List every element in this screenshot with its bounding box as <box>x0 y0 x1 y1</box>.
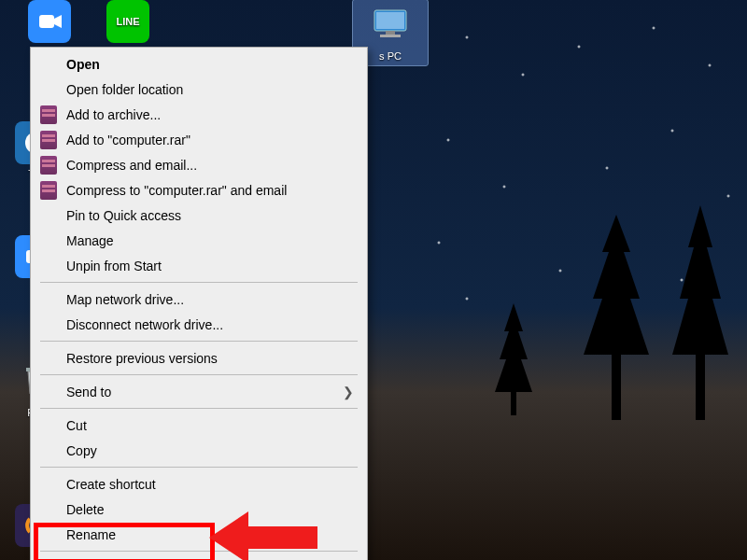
menu-item-label: Delete <box>66 502 354 517</box>
blank-icon <box>38 441 59 461</box>
menu-item-compemail[interactable]: Compress and email... <box>31 152 367 177</box>
menu-item-pinqa[interactable]: Pin to Quick access <box>31 203 367 228</box>
menu-item-open[interactable]: Open <box>31 51 367 77</box>
menu-item-label: Copy <box>66 443 354 458</box>
menu-item-comprar[interactable]: Compress to "computer.rar" and email <box>31 177 367 203</box>
menu-separator <box>40 408 358 409</box>
blank-icon <box>38 525 59 545</box>
rar-icon <box>38 130 59 150</box>
menu-separator <box>40 341 358 342</box>
menu-item-addrar[interactable]: Add to "computer.rar" <box>31 127 367 152</box>
blank-icon <box>38 205 59 226</box>
line-icon: LINE <box>106 0 149 43</box>
zoom-icon <box>28 0 71 43</box>
blank-icon <box>38 256 59 276</box>
thispc-icon <box>369 4 412 47</box>
menu-item-label: Cut <box>66 418 354 433</box>
menu-item-label: Disconnect network drive... <box>66 317 354 332</box>
menu-item-sendto[interactable]: Send to❯ <box>31 379 367 404</box>
blank-icon <box>38 348 59 369</box>
tree-silhouette <box>486 303 542 415</box>
menu-item-label: Manage <box>66 233 354 248</box>
menu-item-label: Open folder location <box>66 82 354 97</box>
rar-icon <box>38 155 59 175</box>
menu-item-label: Add to archive... <box>66 107 354 122</box>
svg-rect-6 <box>376 12 404 29</box>
svg-rect-3 <box>39 15 54 28</box>
rar-icon <box>38 105 59 125</box>
svg-rect-8 <box>380 35 401 37</box>
menu-item-label: Unpin from Start <box>66 259 354 273</box>
blank-icon <box>38 54 59 75</box>
menu-item-label: Create shortcut <box>66 477 354 492</box>
svg-marker-0 <box>584 215 649 420</box>
menu-item-restore[interactable]: Restore previous versions <box>31 345 367 371</box>
desktop-icon-line[interactable]: LINE <box>95 0 161 47</box>
svg-marker-2 <box>495 303 532 415</box>
menu-item-label: Map network drive... <box>66 292 354 307</box>
menu-item-discnet[interactable]: Disconnect network drive... <box>31 312 367 337</box>
tree-silhouette <box>654 205 747 420</box>
menu-item-addarch[interactable]: Add to archive... <box>31 102 367 127</box>
blank-icon <box>38 382 59 402</box>
menu-item-rename[interactable]: Rename <box>31 522 367 547</box>
blank-icon <box>38 474 59 495</box>
menu-item-unpin[interactable]: Unpin from Start <box>31 253 367 278</box>
menu-item-label: Compress to "computer.rar" and email <box>66 183 354 198</box>
menu-item-props[interactable]: Properties <box>31 555 367 560</box>
svg-marker-4 <box>54 15 62 28</box>
menu-item-shortcut[interactable]: Create shortcut <box>31 471 367 497</box>
menu-item-label: Compress and email... <box>66 158 354 173</box>
svg-rect-7 <box>386 31 395 35</box>
menu-item-mapnet[interactable]: Map network drive... <box>31 287 367 312</box>
menu-item-delete[interactable]: Delete <box>31 497 367 522</box>
menu-separator <box>40 374 358 375</box>
blank-icon <box>38 499 59 520</box>
blank-icon <box>38 289 59 310</box>
menu-separator <box>40 551 358 552</box>
context-menu: OpenOpen folder locationAdd to archive..… <box>30 47 368 560</box>
svg-marker-1 <box>672 205 728 420</box>
blank-icon <box>38 79 59 100</box>
menu-item-openloc[interactable]: Open folder location <box>31 77 367 102</box>
menu-item-label: Send to <box>66 385 343 399</box>
blank-icon <box>38 231 59 251</box>
menu-item-label: Open <box>66 57 354 72</box>
menu-item-label: Rename <box>66 527 354 542</box>
menu-item-copy[interactable]: Copy <box>31 438 367 463</box>
menu-item-label: Add to "computer.rar" <box>66 133 354 147</box>
menu-separator <box>40 282 358 283</box>
desktop[interactable]: ZLINEs PCTeaRec OpenOpen folder location… <box>0 0 747 560</box>
blank-icon <box>38 315 59 335</box>
rar-icon <box>38 180 59 201</box>
chevron-right-icon: ❯ <box>343 385 354 399</box>
menu-item-label: Pin to Quick access <box>66 208 354 223</box>
menu-item-label: Restore previous versions <box>66 351 354 366</box>
menu-item-manage[interactable]: Manage <box>31 228 367 253</box>
menu-separator <box>40 467 358 468</box>
blank-icon <box>38 415 59 436</box>
menu-item-cut[interactable]: Cut <box>31 413 367 438</box>
